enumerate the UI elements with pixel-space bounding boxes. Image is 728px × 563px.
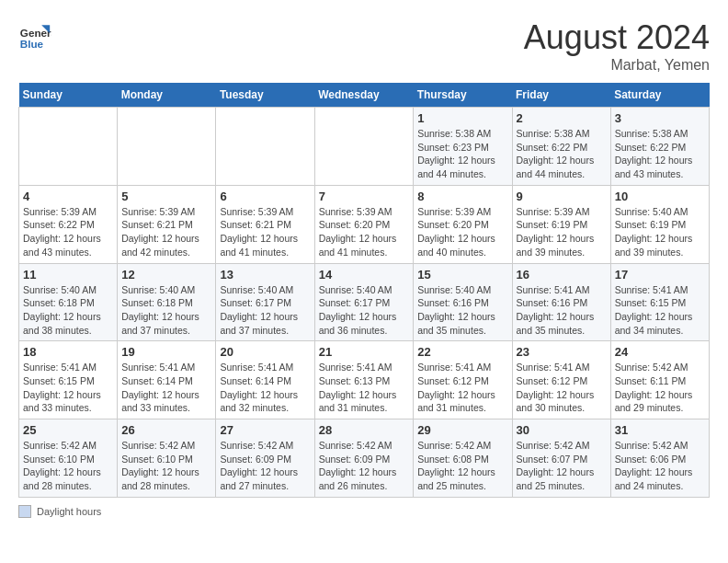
day-info: Sunrise: 5:41 AM Sunset: 6:12 PM Dayligh… [417, 361, 507, 415]
dow-header: Friday [512, 83, 610, 108]
day-number: 22 [417, 345, 507, 359]
location: Marbat, Yemen [524, 57, 710, 74]
calendar-cell: 20Sunrise: 5:41 AM Sunset: 6:14 PM Dayli… [216, 341, 314, 419]
day-number: 7 [319, 190, 410, 203]
day-info: Sunrise: 5:38 AM Sunset: 6:22 PM Dayligh… [615, 127, 705, 181]
calendar-week-row: 25Sunrise: 5:42 AM Sunset: 6:10 PM Dayli… [19, 419, 710, 498]
dow-header: Sunday [19, 83, 118, 108]
title-block: August 2024 Marbat, Yemen [524, 18, 710, 74]
day-info: Sunrise: 5:41 AM Sunset: 6:14 PM Dayligh… [121, 361, 211, 415]
calendar-cell [118, 108, 216, 186]
calendar-cell: 22Sunrise: 5:41 AM Sunset: 6:12 PM Dayli… [414, 341, 512, 419]
calendar-cell: 21Sunrise: 5:41 AM Sunset: 6:13 PM Dayli… [314, 341, 414, 419]
calendar-cell: 26Sunrise: 5:42 AM Sunset: 6:10 PM Dayli… [118, 419, 216, 498]
day-info: Sunrise: 5:41 AM Sunset: 6:12 PM Dayligh… [517, 361, 607, 415]
day-info: Sunrise: 5:40 AM Sunset: 6:18 PM Dayligh… [121, 283, 211, 338]
calendar-cell: 17Sunrise: 5:41 AM Sunset: 6:15 PM Dayli… [610, 263, 709, 341]
calendar-cell: 7Sunrise: 5:39 AM Sunset: 6:20 PM Daylig… [314, 185, 414, 263]
calendar-cell: 24Sunrise: 5:42 AM Sunset: 6:11 PM Dayli… [610, 341, 709, 419]
page-header: General Blue August 2024 Marbat, Yemen [18, 18, 710, 74]
day-info: Sunrise: 5:40 AM Sunset: 6:16 PM Dayligh… [417, 283, 507, 338]
calendar-week-row: 4Sunrise: 5:39 AM Sunset: 6:22 PM Daylig… [19, 185, 710, 263]
day-info: Sunrise: 5:39 AM Sunset: 6:21 PM Dayligh… [220, 205, 310, 259]
day-number: 29 [417, 423, 507, 437]
day-number: 9 [517, 190, 607, 203]
calendar-cell: 27Sunrise: 5:42 AM Sunset: 6:09 PM Dayli… [216, 419, 314, 498]
day-info: Sunrise: 5:40 AM Sunset: 6:18 PM Dayligh… [23, 283, 113, 338]
calendar-cell: 29Sunrise: 5:42 AM Sunset: 6:08 PM Dayli… [414, 419, 512, 498]
day-number: 24 [615, 345, 705, 359]
day-number: 1 [417, 111, 507, 125]
calendar-cell: 25Sunrise: 5:42 AM Sunset: 6:10 PM Dayli… [19, 419, 118, 498]
calendar-cell [216, 108, 314, 186]
legend-label: Daylight hours [37, 506, 101, 517]
day-info: Sunrise: 5:42 AM Sunset: 6:09 PM Dayligh… [220, 439, 310, 493]
day-info: Sunrise: 5:42 AM Sunset: 6:09 PM Dayligh… [319, 439, 410, 493]
day-number: 12 [121, 268, 211, 282]
day-number: 31 [615, 423, 705, 437]
day-number: 21 [319, 345, 410, 359]
calendar-cell: 19Sunrise: 5:41 AM Sunset: 6:14 PM Dayli… [118, 341, 216, 419]
day-info: Sunrise: 5:41 AM Sunset: 6:15 PM Dayligh… [615, 283, 705, 338]
day-info: Sunrise: 5:42 AM Sunset: 6:06 PM Dayligh… [615, 439, 705, 493]
day-info: Sunrise: 5:40 AM Sunset: 6:17 PM Dayligh… [220, 283, 310, 338]
day-info: Sunrise: 5:39 AM Sunset: 6:22 PM Dayligh… [23, 205, 113, 259]
day-number: 28 [319, 423, 410, 437]
calendar-week-row: 18Sunrise: 5:41 AM Sunset: 6:15 PM Dayli… [19, 341, 710, 419]
logo: General Blue [18, 18, 51, 52]
day-number: 14 [319, 268, 410, 282]
svg-text:Blue: Blue [20, 38, 44, 50]
month-year: August 2024 [524, 18, 710, 57]
calendar-cell: 11Sunrise: 5:40 AM Sunset: 6:18 PM Dayli… [19, 263, 118, 341]
calendar-cell: 12Sunrise: 5:40 AM Sunset: 6:18 PM Dayli… [118, 263, 216, 341]
day-number: 17 [615, 268, 705, 282]
day-info: Sunrise: 5:41 AM Sunset: 6:13 PM Dayligh… [319, 361, 410, 415]
dow-header: Saturday [610, 83, 709, 108]
day-number: 26 [121, 423, 211, 437]
day-info: Sunrise: 5:41 AM Sunset: 6:14 PM Dayligh… [220, 361, 310, 415]
calendar-cell: 23Sunrise: 5:41 AM Sunset: 6:12 PM Dayli… [512, 341, 610, 419]
day-info: Sunrise: 5:42 AM Sunset: 6:11 PM Dayligh… [615, 361, 705, 415]
dow-header: Wednesday [314, 83, 414, 108]
day-info: Sunrise: 5:42 AM Sunset: 6:08 PM Dayligh… [417, 439, 507, 493]
day-info: Sunrise: 5:42 AM Sunset: 6:07 PM Dayligh… [517, 439, 607, 493]
calendar-cell: 3Sunrise: 5:38 AM Sunset: 6:22 PM Daylig… [610, 108, 709, 186]
legend: Daylight hours [18, 505, 710, 518]
legend-box [18, 505, 31, 518]
calendar-cell: 28Sunrise: 5:42 AM Sunset: 6:09 PM Dayli… [314, 419, 414, 498]
day-number: 15 [417, 268, 507, 282]
day-number: 16 [517, 268, 607, 282]
day-number: 27 [220, 423, 310, 437]
day-number: 13 [220, 268, 310, 282]
calendar-cell: 9Sunrise: 5:39 AM Sunset: 6:19 PM Daylig… [512, 185, 610, 263]
calendar-cell: 13Sunrise: 5:40 AM Sunset: 6:17 PM Dayli… [216, 263, 314, 341]
day-info: Sunrise: 5:38 AM Sunset: 6:23 PM Dayligh… [417, 127, 507, 181]
calendar-cell [314, 108, 414, 186]
day-info: Sunrise: 5:38 AM Sunset: 6:22 PM Dayligh… [517, 127, 607, 181]
day-info: Sunrise: 5:42 AM Sunset: 6:10 PM Dayligh… [23, 439, 113, 493]
calendar-cell: 5Sunrise: 5:39 AM Sunset: 6:21 PM Daylig… [118, 185, 216, 263]
calendar-header: SundayMondayTuesdayWednesdayThursdayFrid… [19, 83, 710, 108]
day-info: Sunrise: 5:40 AM Sunset: 6:19 PM Dayligh… [615, 205, 705, 259]
calendar-cell: 31Sunrise: 5:42 AM Sunset: 6:06 PM Dayli… [610, 419, 709, 498]
calendar-cell: 4Sunrise: 5:39 AM Sunset: 6:22 PM Daylig… [19, 185, 118, 263]
dow-header: Thursday [414, 83, 512, 108]
day-number: 11 [23, 268, 113, 282]
day-number: 6 [220, 190, 310, 203]
calendar-cell: 2Sunrise: 5:38 AM Sunset: 6:22 PM Daylig… [512, 108, 610, 186]
day-number: 4 [23, 190, 113, 203]
calendar-table: SundayMondayTuesdayWednesdayThursdayFrid… [18, 83, 710, 498]
calendar-cell: 18Sunrise: 5:41 AM Sunset: 6:15 PM Dayli… [19, 341, 118, 419]
day-info: Sunrise: 5:39 AM Sunset: 6:19 PM Dayligh… [517, 205, 607, 259]
calendar-cell: 15Sunrise: 5:40 AM Sunset: 6:16 PM Dayli… [414, 263, 512, 341]
day-number: 5 [121, 190, 211, 203]
day-number: 23 [517, 345, 607, 359]
day-number: 18 [23, 345, 113, 359]
calendar-cell: 16Sunrise: 5:41 AM Sunset: 6:16 PM Dayli… [512, 263, 610, 341]
calendar-cell: 8Sunrise: 5:39 AM Sunset: 6:20 PM Daylig… [414, 185, 512, 263]
day-info: Sunrise: 5:39 AM Sunset: 6:21 PM Dayligh… [121, 205, 211, 259]
day-info: Sunrise: 5:39 AM Sunset: 6:20 PM Dayligh… [417, 205, 507, 259]
calendar-cell: 14Sunrise: 5:40 AM Sunset: 6:17 PM Dayli… [314, 263, 414, 341]
day-number: 19 [121, 345, 211, 359]
day-number: 10 [615, 190, 705, 203]
